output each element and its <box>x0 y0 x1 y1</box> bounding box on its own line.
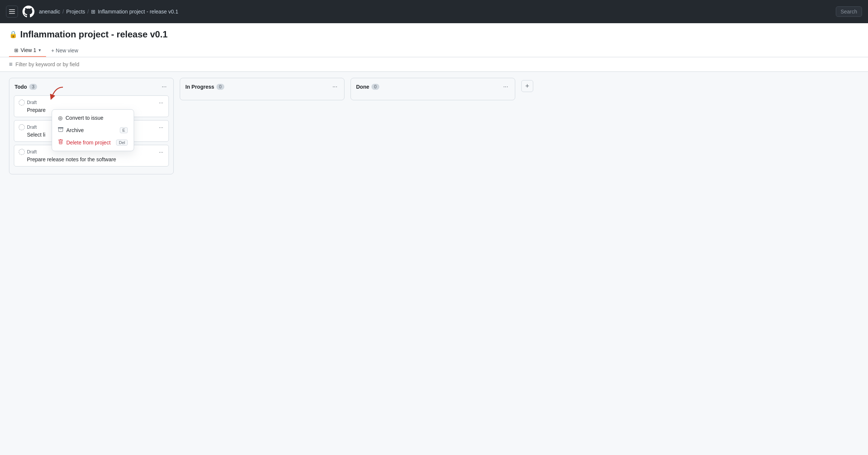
page-header: 🔒 Inflammation project - release v0.1 ⊞ … <box>0 23 868 57</box>
context-menu: ◎ Convert to issue Archive E <box>52 109 134 151</box>
card-2-badge: Draft <box>27 125 37 130</box>
hamburger-button[interactable] <box>6 6 18 18</box>
breadcrumb: anenadic / Projects / ⊞ Inflammation pro… <box>39 9 178 15</box>
github-logo <box>22 6 34 18</box>
archive-icon <box>58 127 63 133</box>
lock-icon: 🔒 <box>9 30 17 39</box>
breadcrumb-projects[interactable]: Projects <box>66 9 85 15</box>
card-1: Draft ··· Prepare ◎ C <box>14 95 169 117</box>
card-3-draft-icon <box>19 149 25 155</box>
filter-bar: ≡ <box>0 57 868 72</box>
tab-view1-label: View 1 <box>21 47 36 53</box>
card-1-header: Draft ··· <box>19 100 164 106</box>
svg-rect-1 <box>9 11 15 12</box>
delete-shortcut: Del <box>116 140 128 146</box>
navbar: anenadic / Projects / ⊞ Inflammation pro… <box>0 0 868 23</box>
page-title: Inflammation project - release v0.1 <box>20 29 167 40</box>
archive-shortcut: E <box>120 127 128 133</box>
board: Todo 3 ··· Draft ··· Prepare <box>0 72 868 452</box>
breadcrumb-user[interactable]: anenadic <box>39 9 60 15</box>
column-done-header: Done 0 ··· <box>355 83 510 91</box>
column-in-progress: In Progress 0 ··· <box>180 78 345 100</box>
svg-rect-2 <box>9 13 15 14</box>
card-2-draft-icon <box>19 124 25 130</box>
tab-view1-icon: ⊞ <box>14 48 18 53</box>
column-todo: Todo 3 ··· Draft ··· Prepare <box>9 78 174 174</box>
card-1-draft-icon <box>19 100 25 106</box>
breadcrumb-project-icon: ⊞ <box>91 9 95 15</box>
filter-icon: ≡ <box>9 61 12 68</box>
context-menu-delete-label: Delete from project <box>66 140 110 146</box>
breadcrumb-project-title[interactable]: Inflammation project - release v0.1 <box>98 9 178 15</box>
column-todo-menu-button[interactable]: ··· <box>160 83 168 91</box>
column-in-progress-count: 0 <box>216 84 224 90</box>
column-done-menu-button[interactable]: ··· <box>502 83 510 91</box>
tab-view1-dropdown[interactable]: ▾ <box>39 48 41 53</box>
column-done-title: Done <box>356 84 369 90</box>
context-menu-convert-label: Convert to issue <box>66 115 103 121</box>
card-2-menu-button[interactable]: ··· <box>158 124 164 130</box>
context-menu-delete[interactable]: Delete from project Del <box>52 136 134 149</box>
column-todo-title: Todo <box>15 84 27 90</box>
card-1-menu-button[interactable]: ··· <box>158 100 164 106</box>
column-done-count: 0 <box>371 84 379 90</box>
tabs-row: ⊞ View 1 ▾ + New view <box>9 44 859 57</box>
column-done: Done 0 ··· <box>350 78 515 100</box>
card-3-text: Prepare release notes for the software <box>19 156 164 162</box>
card-1-badge: Draft <box>27 100 37 105</box>
filter-input[interactable] <box>15 61 859 67</box>
breadcrumb-sep2: / <box>87 9 89 15</box>
search-button[interactable]: Search <box>836 6 862 17</box>
context-menu-archive-label: Archive <box>66 127 84 133</box>
breadcrumb-sep1: / <box>63 9 64 15</box>
convert-icon: ◎ <box>58 115 63 121</box>
context-menu-archive[interactable]: Archive E <box>52 124 134 136</box>
column-in-progress-title: In Progress <box>185 84 214 90</box>
card-3-badge: Draft <box>27 149 37 155</box>
delete-icon <box>58 139 63 146</box>
context-menu-convert[interactable]: ◎ Convert to issue <box>52 112 134 124</box>
add-column-button[interactable]: + <box>521 80 533 92</box>
column-todo-header: Todo 3 ··· <box>14 83 169 91</box>
svg-rect-0 <box>9 9 15 10</box>
column-todo-count: 3 <box>29 84 37 90</box>
tab-view1[interactable]: ⊞ View 1 ▾ <box>9 44 46 57</box>
card-3-menu-button[interactable]: ··· <box>158 149 164 155</box>
column-in-progress-menu-button[interactable]: ··· <box>331 83 339 91</box>
page-title-row: 🔒 Inflammation project - release v0.1 <box>9 29 859 40</box>
new-view-button[interactable]: + New view <box>46 45 84 57</box>
column-in-progress-header: In Progress 0 ··· <box>185 83 340 91</box>
